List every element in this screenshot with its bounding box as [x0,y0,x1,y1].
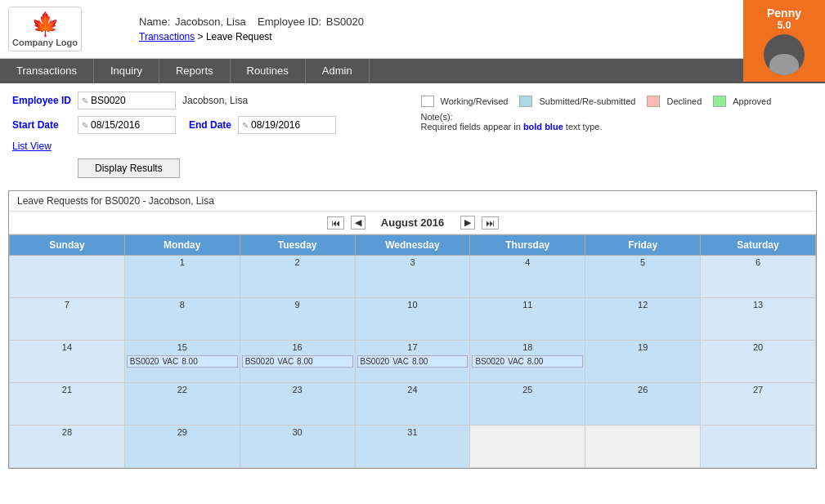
calendar-icon-start: ✎ [82,121,88,130]
calendar-cell[interactable]: 8 [124,298,240,341]
event-hours: 8.00 [412,357,428,366]
calendar-cell[interactable]: 25 [470,383,585,426]
event-emp: BS0020 [130,357,159,366]
start-date-field[interactable] [91,119,164,131]
list-view-link[interactable]: List View [12,140,52,152]
day-header-saturday: Saturday [701,235,816,256]
day-number: 5 [585,256,700,269]
approved-box [713,96,726,107]
day-number: 28 [10,426,124,439]
nav-admin[interactable]: Admin [306,59,370,83]
declined-box [647,96,660,107]
day-header-monday: Monday [124,235,240,256]
calendar-event[interactable]: BS0020VAC8.00 [472,355,583,368]
calendar-cell[interactable]: 7 [10,298,125,341]
notes-area: Note(s): Required fields appear in bold … [421,112,814,132]
nav-inquiry[interactable]: Inquiry [94,59,159,83]
day-number: 6 [701,256,815,269]
calendar-cell[interactable]: 12 [585,298,701,341]
avatar-body [769,54,799,75]
last-month-button[interactable]: ⏭ [482,216,499,230]
calendar-cell[interactable]: 24 [355,383,470,426]
calendar-cell[interactable]: 9 [240,298,355,341]
calendar-event[interactable]: BS0020VAC8.00 [357,355,469,368]
nav-reports[interactable]: Reports [159,59,231,83]
calendar-cell[interactable]: 26 [585,383,701,426]
calendar-cell[interactable]: 10 [355,298,470,341]
month-label: August 2016 [372,216,454,229]
calendar-cell[interactable]: 11 [470,298,585,341]
calendar-cell [470,426,585,468]
calendar-cell [701,426,816,468]
calendar-cell[interactable]: 31 [355,426,470,468]
day-header-friday: Friday [585,235,701,256]
start-date-input-box[interactable]: ✎ [78,116,176,134]
day-number: 11 [470,298,585,311]
breadcrumb-current: Leave Request [206,31,272,42]
day-number: 15 [125,341,240,354]
day-number: 10 [356,298,470,311]
calendar-event[interactable]: BS0020VAC8.00 [242,355,353,368]
calendar-grid: SundayMondayTuesdayWednesdayThursdayFrid… [9,234,816,468]
calendar-cell[interactable]: 20 [701,341,816,383]
calendar-cell[interactable]: 29 [124,426,240,468]
calendar-cell[interactable]: 17BS0020VAC8.00 [355,341,470,383]
prev-month-button[interactable]: ◀ [351,216,365,230]
calendar-cell[interactable]: 18BS0020VAC8.00 [470,341,585,383]
day-header-wednesday: Wednesday [355,235,470,256]
calendar-cell[interactable]: 28 [10,426,125,468]
calendar-event[interactable]: BS0020VAC8.00 [127,355,238,368]
calendar-cell[interactable]: 15BS0020VAC8.00 [124,341,240,383]
day-header-sunday: Sunday [10,235,125,256]
list-view-container: List View [12,140,405,152]
calendar-cell[interactable]: 21 [10,383,125,426]
calendar-cell[interactable]: 14 [10,341,125,383]
calendar-cell[interactable]: 27 [701,383,816,426]
calendar-cell[interactable]: 4 [470,256,585,298]
calendar-cell[interactable]: 5 [585,256,701,298]
breadcrumb-separator: > [198,31,206,42]
approved-label: Approved [733,96,771,106]
calendar-days-header: SundayMondayTuesdayWednesdayThursdayFrid… [10,235,816,256]
calendar-cell[interactable]: 19 [585,341,701,383]
day-number: 16 [240,341,355,354]
notes-line2: Required fields appear in bold blue text… [421,122,814,132]
day-number: 9 [240,298,355,311]
day-number: 25 [470,383,585,396]
event-type: VAC [162,357,178,366]
name-label: Name: [139,16,170,28]
breadcrumb-transactions-link[interactable]: Transactions [139,31,195,42]
form-area: Employee ID ✎ Jacobson, Lisa Start Date … [0,83,825,186]
day-number: 31 [356,426,470,439]
first-month-button[interactable]: ⏮ [327,216,344,230]
event-emp: BS0020 [361,357,390,366]
day-number: 22 [125,383,240,396]
calendar-cell[interactable]: 3 [355,256,470,298]
calendar-nav: ⏮ ◀ August 2016 ▶ ⏭ [9,212,816,234]
calendar-cell[interactable]: 2 [240,256,355,298]
employee-id-input-box[interactable]: ✎ [78,91,176,109]
calendar-cell[interactable]: 16BS0020VAC8.00 [240,341,355,383]
user-name: Penny [747,7,821,20]
nav-routines[interactable]: Routines [231,59,306,83]
next-month-button[interactable]: ▶ [460,216,475,230]
nav-transactions[interactable]: Transactions [0,59,94,83]
display-results-container: Display Results [78,158,405,178]
end-date-field[interactable] [251,119,325,131]
calendar-cell[interactable]: 23 [240,383,355,426]
employee-id-row: Employee ID ✎ Jacobson, Lisa [12,91,405,109]
display-results-button[interactable]: Display Results [78,158,180,178]
calendar-cell[interactable]: 22 [124,383,240,426]
end-date-input-box[interactable]: ✎ [238,116,336,134]
calendar-cell[interactable]: 13 [701,298,816,341]
calendar-week-row: 21222324252627 [10,383,816,426]
calendar-cell[interactable]: 1 [124,256,240,298]
employee-id-field[interactable] [91,95,164,106]
day-number: 20 [701,341,815,354]
calendar-header-label: Leave Requests for BS0020 - Jacobson, Li… [9,191,816,212]
day-number: 14 [10,341,124,354]
day-header-tuesday: Tuesday [240,235,355,256]
calendar-cell[interactable]: 30 [240,426,355,468]
day-number: 23 [240,383,355,396]
calendar-cell[interactable]: 6 [701,256,816,298]
